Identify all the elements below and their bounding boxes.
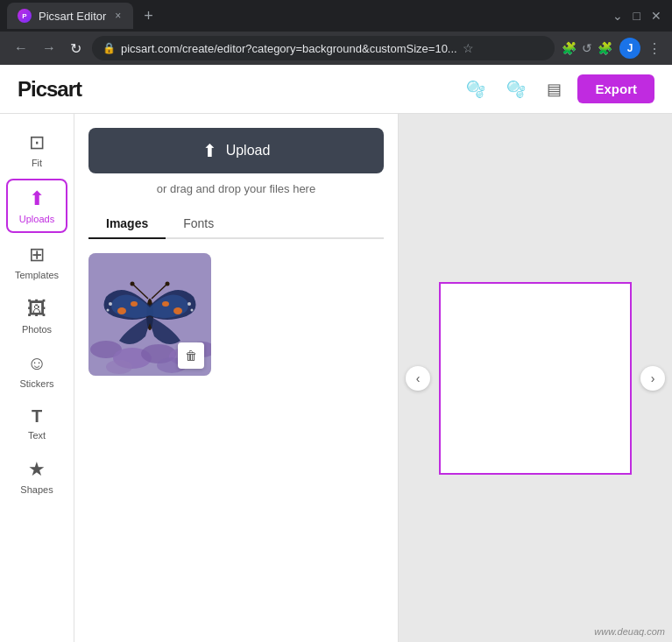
app-logo: Picsart <box>18 77 81 102</box>
canvas-nav-left-btn[interactable]: ‹ <box>406 366 430 391</box>
sidebar-item-stickers[interactable]: ☺ Stickers <box>6 345 67 396</box>
delete-image-btn[interactable]: 🗑 <box>178 342 204 369</box>
sidebar-item-shapes[interactable]: ★ Shapes <box>6 451 67 502</box>
drag-drop-text: or drag and drop your files here <box>88 182 384 195</box>
sidebar-item-templates[interactable]: ⊞ Templates <box>6 236 67 287</box>
tab-title: Picsart Editor <box>39 10 106 23</box>
svg-point-19 <box>131 282 135 286</box>
sidebar-item-photos-label: Photos <box>22 324 52 335</box>
sidebar-item-uploads-label: Uploads <box>19 214 54 224</box>
ext-icon-1[interactable]: 🧩 <box>562 41 577 55</box>
sidebar-item-uploads[interactable]: ⬆ Uploads <box>6 179 67 233</box>
address-bar: ← → ↻ 🔒 picsart.com/create/editor?catego… <box>0 32 672 65</box>
content-panel: ⬆ Upload or drag and drop your files her… <box>74 114 399 642</box>
new-tab-btn[interactable]: + <box>137 4 160 29</box>
maximize-btn[interactable]: □ <box>633 9 640 23</box>
toolbar-icon-3[interactable]: ▤ <box>541 74 567 104</box>
lock-icon: 🔒 <box>103 42 116 54</box>
sidebar-item-stickers-label: Stickers <box>19 378 53 389</box>
upload-label: Upload <box>226 143 271 159</box>
stickers-icon: ☺ <box>27 352 46 375</box>
sidebar-item-text-label: Text <box>28 430 46 441</box>
bookmark-icon: ☆ <box>463 41 474 55</box>
upload-arrow-icon: ⬆ <box>202 140 217 161</box>
svg-point-14 <box>107 309 110 312</box>
browser-menu-btn[interactable]: ⋮ <box>647 40 661 57</box>
svg-point-10 <box>131 301 138 307</box>
url-text: picsart.com/create/editor?category=backg… <box>121 42 457 55</box>
svg-point-20 <box>166 282 170 286</box>
refresh-btn[interactable]: ↻ <box>67 37 85 60</box>
sidebar-item-fit[interactable]: ⊡ Fit <box>6 124 67 175</box>
svg-point-15 <box>187 302 191 306</box>
top-bar: Picsart 🫧 🫧 ▤ Export <box>0 65 672 114</box>
svg-point-12 <box>162 301 169 307</box>
canvas-board <box>439 282 632 475</box>
watermark: www.deuaq.com <box>594 626 665 637</box>
sidebar-item-photos[interactable]: 🖼 Photos <box>6 291 67 342</box>
svg-point-11 <box>173 307 182 314</box>
tab-images[interactable]: Images <box>88 209 166 239</box>
photos-icon: 🖼 <box>27 298 46 321</box>
app-container: Picsart 🫧 🫧 ▤ Export ⊡ Fit ⬆ Uploads ⊞ T… <box>0 65 672 642</box>
profile-avatar[interactable]: J <box>619 38 640 59</box>
toolbar-icon-1[interactable]: 🫧 <box>461 74 491 104</box>
canvas-area: ‹ › <box>399 114 672 642</box>
export-button[interactable]: Export <box>577 74 654 103</box>
ext-icon-3[interactable]: 🧩 <box>598 41 612 55</box>
minimize-btn[interactable]: ⌄ <box>612 9 623 23</box>
canvas-nav-right-btn[interactable]: › <box>640 366 665 391</box>
ext-icon-2[interactable]: ↺ <box>582 41 592 55</box>
tab-close-btn[interactable]: × <box>113 8 123 24</box>
back-btn[interactable]: ← <box>11 37 32 60</box>
text-icon: T <box>32 406 42 427</box>
upload-button[interactable]: ⬆ Upload <box>88 128 384 173</box>
shapes-icon: ★ <box>28 458 46 481</box>
content-tabs: Images Fonts <box>88 209 384 239</box>
svg-point-16 <box>191 309 194 312</box>
forward-btn[interactable]: → <box>39 37 60 60</box>
main-layout: ⊡ Fit ⬆ Uploads ⊞ Templates 🖼 Photos ☺ S… <box>0 114 672 642</box>
top-actions: 🫧 🫧 ▤ Export <box>461 74 654 104</box>
sidebar: ⊡ Fit ⬆ Uploads ⊞ Templates 🖼 Photos ☺ S… <box>0 114 74 642</box>
extension-icons: 🧩 ↺ 🧩 <box>562 41 612 55</box>
templates-icon: ⊞ <box>29 243 45 266</box>
sidebar-item-templates-label: Templates <box>15 270 59 280</box>
tab-favicon: P <box>18 9 32 23</box>
svg-point-13 <box>109 302 112 306</box>
images-grid: 🗑 <box>88 253 384 376</box>
svg-point-6 <box>106 360 132 374</box>
title-bar: P Picsart Editor × + ⌄ □ ✕ <box>0 0 672 32</box>
browser-chrome: P Picsart Editor × + ⌄ □ ✕ ← → ↻ 🔒 picsa… <box>0 0 672 65</box>
sidebar-item-shapes-label: Shapes <box>20 484 53 495</box>
fit-icon: ⊡ <box>29 131 45 154</box>
close-btn[interactable]: ✕ <box>651 9 661 23</box>
tab-fonts[interactable]: Fonts <box>166 209 231 239</box>
upload-icon: ⬆ <box>29 187 45 210</box>
sidebar-item-fit-label: Fit <box>32 158 42 168</box>
window-controls: ⌄ □ ✕ <box>612 9 665 23</box>
toolbar-icon-2[interactable]: 🫧 <box>501 74 531 104</box>
image-thumbnail: 🗑 <box>88 253 211 376</box>
url-bar[interactable]: 🔒 picsart.com/create/editor?category=bac… <box>92 36 555 60</box>
svg-point-9 <box>117 307 126 314</box>
tab-area: P Picsart Editor × + <box>7 3 160 29</box>
sidebar-item-text[interactable]: T Text <box>6 399 67 448</box>
browser-tab[interactable]: P Picsart Editor × <box>7 3 133 29</box>
